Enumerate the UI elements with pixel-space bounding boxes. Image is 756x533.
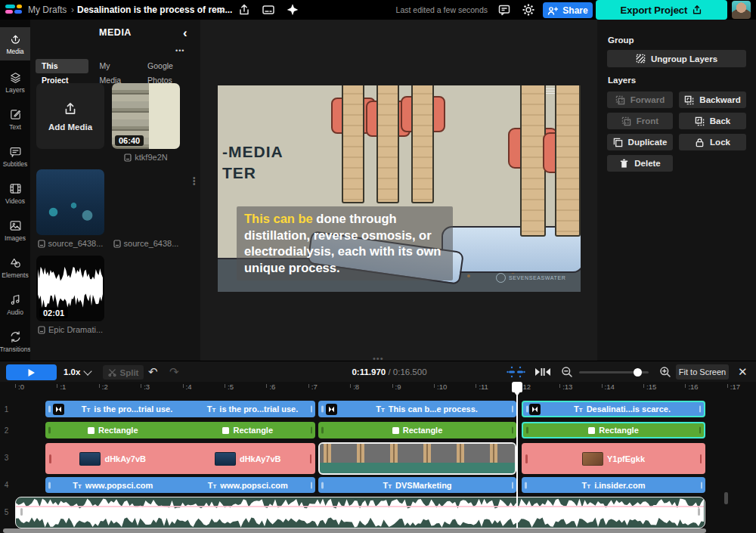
rectangle-clip-selected[interactable]: Rectangle — [522, 422, 705, 438]
breadcrumb[interactable]: My Drafts — [28, 0, 67, 20]
media-thumbnail-video[interactable]: 06:40 — [112, 83, 180, 149]
close-timeline-icon[interactable]: ✕ — [738, 361, 748, 383]
clip-trim-handle[interactable] — [311, 482, 313, 488]
zoom-in-icon[interactable] — [659, 366, 671, 378]
subtitle-caption-layer[interactable]: This can be done through distillation, r… — [237, 206, 453, 280]
sidebar-item-text[interactable]: Text — [0, 103, 30, 136]
delete-button[interactable]: Delete — [607, 155, 673, 172]
subtitle-clip[interactable]: TTis the pro...trial use. TTis the pro..… — [45, 401, 315, 417]
clip-trim-handle[interactable] — [699, 406, 702, 413]
media-thumbnail-audio[interactable]: 02:01 — [36, 256, 104, 321]
clip-trim-handle[interactable] — [700, 454, 702, 463]
clip-trim-handle[interactable] — [49, 454, 51, 463]
sidebar-item-videos[interactable]: Videos — [0, 177, 30, 210]
duplicate-button[interactable]: Duplicate — [607, 134, 673, 150]
video-canvas[interactable]: -MEDIA TER — [218, 85, 581, 292]
panel-menu-dots-icon[interactable]: ••• — [175, 47, 184, 54]
clip-trim-handle[interactable] — [321, 482, 324, 488]
sidebar-item-layers[interactable]: Layers — [0, 66, 30, 99]
sidebar-item-subtitles[interactable]: Subtitles — [0, 140, 30, 173]
upload-icon[interactable] — [237, 3, 251, 17]
collapse-panel-chevron-icon[interactable]: ‹ — [183, 26, 187, 41]
sidebar-item-audio[interactable]: Audio — [0, 288, 30, 321]
jump-to-edges-icon[interactable] — [534, 367, 552, 377]
panel-resize-handle[interactable]: ••• — [193, 177, 196, 186]
audio-clip-selected[interactable] — [15, 497, 705, 528]
transition-icon[interactable] — [326, 404, 337, 415]
clip-trim-handle[interactable] — [310, 454, 312, 463]
playback-speed-dropdown[interactable]: 1.0x — [64, 361, 91, 383]
back-button[interactable]: Back — [679, 113, 746, 129]
user-avatar[interactable] — [732, 1, 751, 19]
export-project-button[interactable]: Export Project — [596, 0, 727, 20]
sparkle-icon[interactable] — [286, 3, 299, 17]
clip-trim-handle[interactable] — [526, 406, 528, 413]
playhead-line[interactable] — [516, 395, 518, 530]
kapwing-logo[interactable] — [5, 4, 22, 16]
tab-google-photos[interactable]: Google Photos — [141, 59, 200, 73]
settings-gear-icon[interactable] — [522, 3, 535, 17]
clip-trim-handle[interactable] — [512, 406, 514, 413]
front-button[interactable]: Front — [607, 113, 673, 129]
media-thumbnail-image-2[interactable] — [112, 169, 180, 235]
clip-trim-handle[interactable] — [512, 482, 514, 488]
fit-to-screen-button[interactable]: Fit to Screen — [676, 364, 729, 380]
backward-button[interactable]: Backward — [679, 91, 746, 108]
image-clip[interactable]: Y1pfEgkk — [522, 443, 705, 474]
add-media-button[interactable]: Add Media — [36, 83, 104, 149]
clip-trim-handle[interactable] — [525, 482, 527, 488]
comments-icon[interactable] — [497, 3, 511, 17]
timeline-vertical-scrollbar[interactable] — [724, 492, 728, 504]
clip-trim-handle[interactable] — [48, 406, 51, 413]
audio-handle[interactable] — [20, 508, 23, 516]
project-title[interactable]: Desalination is the process of rem... — [77, 0, 232, 20]
clip-trim-handle[interactable] — [526, 427, 528, 434]
sidebar-item-transitions[interactable]: Transitions — [0, 325, 30, 358]
transition-icon[interactable] — [529, 404, 541, 415]
share-button[interactable]: Share — [543, 2, 593, 18]
clip-trim-handle[interactable] — [699, 427, 702, 434]
media-thumbnail-image-1[interactable] — [36, 169, 104, 235]
sidebar-item-images[interactable]: Images — [0, 214, 30, 247]
captions-icon[interactable] — [262, 3, 275, 17]
subtitle-clip[interactable]: TTThis can b...e process. — [318, 401, 516, 417]
zoom-slider-thumb[interactable] — [634, 368, 642, 377]
play-button[interactable] — [6, 364, 57, 380]
clip-trim-handle[interactable] — [311, 406, 313, 413]
forward-button[interactable]: Forward — [607, 91, 673, 108]
tab-my-media[interactable]: My Media — [94, 59, 137, 73]
text-clip[interactable]: TTi.insider.com — [522, 477, 705, 493]
clip-trim-handle[interactable] — [701, 482, 703, 488]
subtitle-clip-selected[interactable]: TTDesalinati...is scarce. — [522, 401, 705, 417]
text-clip[interactable]: TTwww.popsci.com TTwww.popsci.com — [45, 477, 315, 493]
ruler-tick-label: :1 — [60, 383, 66, 391]
clip-trim-handle[interactable] — [525, 454, 528, 463]
timeline-ruler[interactable]: :0:1:2:3:4:5:6:7:8:9:10:11:12:13:14:15:1… — [0, 382, 756, 398]
redo-icon[interactable]: ↷ — [169, 361, 179, 383]
undo-icon[interactable]: ↶ — [148, 361, 158, 383]
audio-handle[interactable] — [698, 508, 700, 516]
timeline-zoom-slider[interactable] — [579, 371, 649, 373]
rectangle-clip[interactable]: Rectangle Rectangle — [45, 422, 315, 438]
volume-line[interactable] — [16, 506, 704, 507]
clip-trim-handle[interactable] — [48, 427, 51, 434]
ungroup-layers-button[interactable]: Ungroup Layers — [607, 50, 746, 67]
lock-button[interactable]: Lock — [679, 134, 746, 150]
rectangle-clip[interactable]: Rectangle — [318, 422, 516, 438]
tab-this-project[interactable]: This Project — [36, 59, 88, 73]
clip-trim-handle[interactable] — [321, 427, 324, 434]
clip-trim-handle[interactable] — [311, 427, 313, 434]
clip-trim-handle[interactable] — [48, 482, 51, 488]
zoom-out-icon[interactable] — [561, 366, 573, 378]
sidebar-item-elements[interactable]: Elements — [0, 251, 30, 284]
split-button[interactable]: Split — [103, 365, 144, 380]
transition-icon[interactable] — [53, 404, 64, 415]
video-clip-selected[interactable] — [318, 442, 516, 475]
sidebar-item-media[interactable]: Media — [0, 27, 30, 60]
clip-trim-handle[interactable] — [321, 406, 324, 413]
text-clip[interactable]: TTDVSMarketing — [318, 477, 516, 493]
timeline-horizontal-scrollbar[interactable] — [3, 528, 706, 533]
image-clip[interactable]: dHkAy7vB dHkAy7vB — [45, 443, 315, 474]
timeline-snap-toggle-icon[interactable] — [507, 366, 525, 378]
clip-trim-handle[interactable] — [512, 427, 514, 434]
